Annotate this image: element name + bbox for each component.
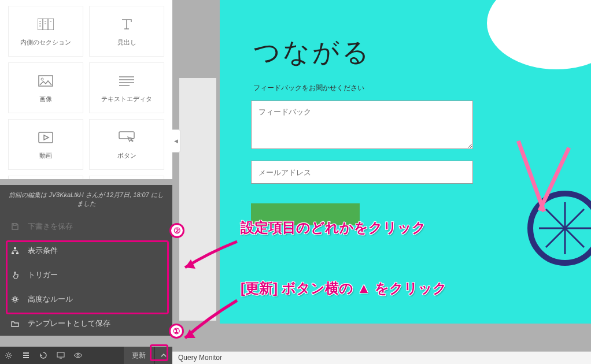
button-icon — [119, 129, 135, 146]
svg-point-24 — [8, 354, 10, 357]
divider-icon — [39, 176, 53, 179]
publish-options-panel: 前回の編集は JV3KkaLtkH さんが 12月7日, 18:07 にしました… — [0, 185, 172, 336]
query-monitor-label: Query Monitor — [178, 354, 222, 362]
bicycle-illustration — [527, 191, 591, 266]
columns-icon — [38, 16, 54, 32]
image-icon — [38, 73, 53, 89]
svg-rect-21 — [12, 252, 14, 254]
widget-label: テキストエディタ — [101, 95, 152, 103]
svg-rect-22 — [16, 252, 19, 254]
svg-point-10 — [41, 78, 43, 80]
widget-label: ボタン — [117, 151, 136, 160]
widget-button[interactable]: ボタン — [89, 119, 164, 170]
spacer-icon — [121, 176, 132, 179]
svg-rect-16 — [119, 132, 134, 139]
text-icon — [120, 16, 134, 32]
trigger-item[interactable]: トリガー — [0, 263, 172, 287]
navigator-button[interactable] — [17, 347, 35, 364]
widget-label: 内側のセクション — [20, 38, 71, 47]
widget-label: 見出し — [117, 38, 136, 47]
update-button[interactable]: 更新 — [124, 347, 154, 364]
widget-inner-section[interactable]: 内側のセクション — [8, 6, 83, 57]
annotation-badge-1: ① — [169, 324, 184, 339]
menu-label: トリガー — [28, 270, 58, 280]
widget-label: 動画 — [39, 151, 52, 160]
canvas-background — [179, 78, 216, 321]
decorative-circle — [487, 0, 591, 69]
page-title[interactable]: つながる — [253, 35, 371, 70]
editor-canvas[interactable]: つながる フィードバックをお聞かせください — [220, 0, 591, 324]
update-options-caret[interactable] — [155, 347, 172, 364]
annotation-text-setting: 設定項目のどれかをクリック — [241, 218, 426, 237]
folder-icon — [10, 320, 20, 328]
svg-rect-25 — [57, 352, 64, 357]
annotation-badge-2: ② — [169, 223, 184, 238]
display-conditions-item[interactable]: 表示条件 — [0, 239, 172, 263]
menu-label: 表示条件 — [28, 246, 58, 256]
widget-text-editor[interactable]: テキストエディタ — [89, 62, 164, 113]
svg-rect-15 — [39, 132, 53, 143]
gear-icon — [10, 295, 20, 303]
feedback-textarea[interactable] — [251, 101, 473, 149]
elements-panel: 内側のセクション 見出し 画像 テキストエディタ 動画 — [0, 0, 172, 179]
query-monitor-bar[interactable]: Query Monitor — [172, 351, 591, 364]
widget-heading[interactable]: 見出し — [89, 6, 164, 57]
sitemap-icon — [10, 247, 20, 255]
svg-point-23 — [14, 298, 17, 300]
svg-rect-20 — [14, 247, 16, 249]
save-icon — [10, 222, 20, 231]
page-subtitle[interactable]: フィードバックをお聞かせください — [253, 83, 364, 93]
widget-label: 画像 — [39, 95, 52, 103]
widget-image[interactable]: 画像 — [8, 62, 83, 113]
widget-partial-1[interactable] — [8, 176, 83, 179]
settings-button[interactable] — [0, 347, 17, 364]
responsive-button[interactable] — [52, 347, 69, 364]
save-as-template-item[interactable]: テンプレートとして保存 — [0, 311, 172, 336]
annotation-text-caret: [更新] ボタン横の ▲ をクリック — [241, 279, 447, 298]
update-label: 更新 — [132, 351, 146, 361]
play-icon — [38, 129, 53, 146]
lines-icon — [119, 73, 134, 89]
preview-button[interactable] — [69, 347, 87, 364]
svg-point-26 — [77, 354, 79, 356]
advanced-rules-item[interactable]: 高度なルール — [0, 287, 172, 311]
panel-collapse-button[interactable]: ◀ — [172, 129, 180, 153]
email-field[interactable] — [251, 161, 473, 184]
widget-partial-2[interactable] — [89, 176, 164, 179]
bottom-toolbar: 更新 — [0, 347, 172, 364]
menu-label: テンプレートとして保存 — [28, 318, 110, 329]
last-edit-status: 前回の編集は JV3KkaLtkH さんが 12月7日, 18:07 にしました — [0, 185, 172, 214]
svg-rect-0 — [38, 18, 54, 30]
finger-icon — [10, 271, 20, 279]
widget-video[interactable]: 動画 — [8, 119, 83, 170]
menu-label: 下書きを保存 — [28, 221, 73, 232]
save-draft-item: 下書きを保存 — [0, 214, 172, 239]
history-button[interactable] — [35, 347, 52, 364]
menu-label: 高度なルール — [28, 294, 73, 304]
bike-frame — [516, 140, 546, 213]
